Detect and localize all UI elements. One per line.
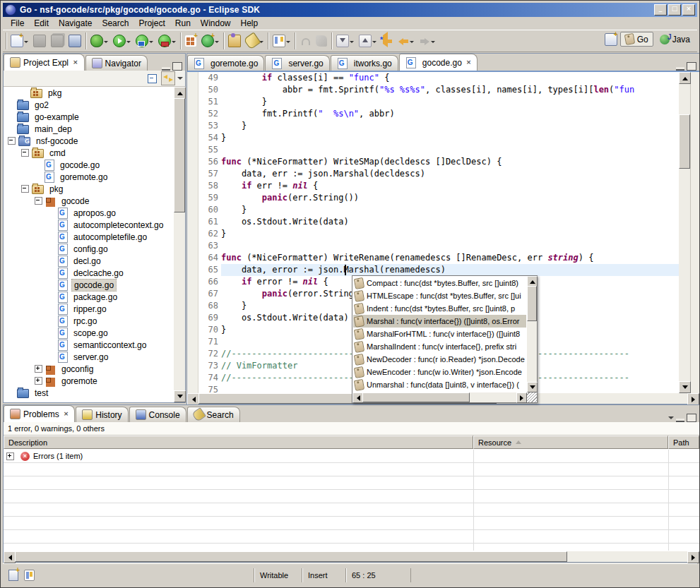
tree-item-goremote-go[interactable]: goremote.go (4, 171, 174, 183)
editor-tab-server-go[interactable]: server.go (265, 55, 329, 71)
completion-item[interactable]: Unmarshal : func(data []uint8, v interfa… (353, 378, 526, 391)
gc-compile-button[interactable] (199, 32, 221, 49)
view-menu-icon[interactable] (668, 416, 674, 422)
tree-item-cmd[interactable]: cmd (4, 147, 174, 159)
close-tab-icon[interactable]: × (64, 411, 69, 417)
editor-tab-goremote-go[interactable]: goremote.go (187, 55, 264, 71)
perspective-java[interactable]: Java (655, 32, 695, 47)
tree-item-goremote[interactable]: goremote (4, 375, 174, 387)
editor-tab-itworks-go[interactable]: itworks.go (331, 55, 398, 71)
expand-icon[interactable] (35, 377, 42, 385)
fast-view-icon[interactable] (8, 570, 18, 581)
last-edit-location-button[interactable] (379, 33, 395, 49)
problems-tab-console[interactable]: Console (129, 407, 186, 422)
back-dropdown-arrow[interactable] (410, 41, 414, 45)
minimize-button[interactable]: _ (654, 4, 667, 16)
menu-item-help[interactable]: Help (237, 17, 263, 30)
problems-tab-problems[interactable]: Problems× (4, 405, 75, 422)
tree-item-goconfig[interactable]: goconfig (4, 363, 174, 375)
popup-hscrollbar[interactable] (352, 392, 527, 402)
save-all-button[interactable] (49, 32, 66, 49)
minimize-view-icon[interactable] (676, 419, 684, 422)
menu-item-project[interactable]: Project (134, 17, 169, 30)
close-button[interactable]: × (682, 4, 695, 16)
tree-item-autocompletecontext-go[interactable]: autocompletecontext.go (4, 219, 174, 231)
tree-item-semanticcontext-go[interactable]: semanticcontext.go (4, 339, 174, 351)
view-menu-icon[interactable] (177, 77, 183, 83)
perspective-go[interactable]: Go (620, 32, 653, 47)
collapse-icon[interactable] (8, 137, 16, 145)
debug-button[interactable] (88, 32, 110, 49)
maximize-view-icon[interactable] (172, 62, 182, 71)
next-annotation-dropdown-arrow[interactable] (350, 41, 354, 45)
tree-item-pkg[interactable]: pkg (4, 87, 174, 99)
popup-vscrollbar[interactable] (527, 276, 537, 392)
undo-button[interactable] (297, 33, 313, 49)
completion-item[interactable]: Marshal : func(v interface{}) ([]uint8, … (353, 315, 526, 328)
maximize-button[interactable]: □ (668, 4, 681, 16)
menu-item-search[interactable]: Search (97, 17, 133, 30)
menu-item-edit[interactable]: Edit (30, 17, 53, 30)
completion-item[interactable]: HTMLEscape : func(dst *bytes.Buffer, src… (353, 289, 526, 302)
forward-button[interactable] (417, 33, 437, 49)
maximize-view-icon[interactable] (687, 62, 696, 71)
minimize-view-icon[interactable] (676, 67, 684, 71)
editor-vscrollbar[interactable] (679, 72, 690, 393)
completion-item[interactable]: MarshalForHTML : func(v interface{}) ([]… (353, 328, 526, 340)
open-perspective-button[interactable] (604, 32, 618, 47)
tree-item-rpc-go[interactable]: rpc.go (4, 315, 174, 327)
maximize-view-icon[interactable] (687, 414, 696, 422)
close-tab-icon[interactable]: × (466, 59, 472, 66)
save-button[interactable] (31, 32, 48, 49)
problems-tab-history[interactable]: History (76, 407, 128, 422)
tree-item-gocode-go[interactable]: gocode.go (4, 279, 174, 291)
tree-item-apropos-go[interactable]: apropos.go (4, 207, 174, 219)
tree-item-gocode-go[interactable]: gocode.go (4, 159, 174, 171)
close-tab-icon[interactable]: × (73, 59, 78, 66)
explorer-tab-navigator[interactable]: Navigator (85, 55, 148, 71)
tree-item-test[interactable]: test (4, 387, 174, 399)
tree-item-main-dep[interactable]: main_dep (4, 123, 174, 135)
collapse-icon[interactable] (21, 185, 29, 193)
forward-dropdown-arrow[interactable] (431, 41, 435, 45)
problems-row[interactable]: ×Errors (1 item) (4, 450, 699, 462)
new-wizard-dropdown-arrow[interactable] (24, 41, 28, 45)
completion-item[interactable]: Compact : func(dst *bytes.Buffer, src []… (353, 277, 526, 289)
tree-item-gocode[interactable]: gocode (4, 195, 174, 207)
print-button[interactable] (66, 32, 83, 49)
column-header-resource[interactable]: Resource (473, 436, 668, 449)
tree-item-autocompletefile-go[interactable]: autocompletefile.go (4, 231, 174, 243)
mark-occurrences-button[interactable] (271, 32, 292, 49)
tree-scrollbar[interactable] (174, 87, 185, 402)
menu-item-window[interactable]: Window (196, 17, 235, 30)
tree-item-declcache-go[interactable]: declcache.go (4, 267, 174, 279)
run-history-button[interactable] (134, 32, 155, 49)
expand-icon[interactable] (35, 365, 42, 373)
completion-item[interactable]: NewDecoder : func(r io.Reader) *json.Dec… (353, 353, 526, 366)
problems-hscrollbar[interactable] (4, 551, 699, 562)
back-button[interactable] (396, 33, 416, 49)
new-go-package-button[interactable] (183, 33, 198, 49)
previous-annotation-dropdown-arrow[interactable] (372, 41, 376, 45)
tree-item-scope-go[interactable]: scope.go (4, 327, 174, 339)
tree-item-config-go[interactable]: config.go (4, 243, 174, 255)
tree-item-nsf-gocode[interactable]: nsf-gocode (4, 135, 174, 147)
problems-tab-search[interactable]: Search (187, 407, 240, 422)
gc-compile-dropdown-arrow[interactable] (215, 41, 219, 45)
collapse-icon[interactable] (21, 149, 29, 157)
debug-dropdown-arrow[interactable] (104, 41, 108, 45)
column-header-path[interactable]: Path (668, 436, 699, 449)
external-tools-dropdown-arrow[interactable] (172, 41, 176, 45)
link-with-editor-button[interactable] (161, 71, 175, 85)
new-wizard-button[interactable] (8, 32, 30, 49)
run-button[interactable] (111, 32, 133, 49)
tree-item-package-go[interactable]: package.go (4, 291, 174, 303)
import-button[interactable] (226, 32, 243, 49)
collapse-icon[interactable] (35, 197, 42, 205)
menu-item-run[interactable]: Run (171, 17, 195, 30)
editor-tab-gocode-go[interactable]: gocode.go× (399, 54, 478, 71)
tree-item-go-example[interactable]: go-example (4, 111, 174, 123)
minimize-view-icon[interactable] (162, 67, 170, 71)
tree-item-server-go[interactable]: server.go (4, 351, 174, 363)
external-tools-button[interactable] (156, 32, 178, 49)
